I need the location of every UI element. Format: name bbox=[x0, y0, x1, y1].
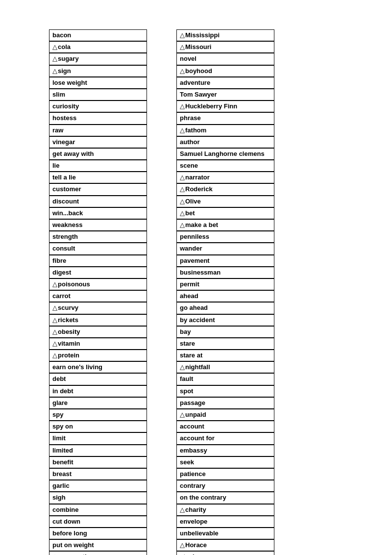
list-item: Horace bbox=[176, 539, 274, 551]
list-item: go ahead bbox=[176, 302, 274, 314]
triangle-icon: Huckleberry Finn bbox=[180, 102, 237, 110]
list-item: embassy bbox=[176, 445, 274, 456]
list-item: wander bbox=[176, 243, 274, 254]
list-item: unbelievable bbox=[176, 528, 274, 539]
list-item: lose weight bbox=[49, 77, 147, 89]
list-item: phrase bbox=[176, 112, 274, 124]
list-item: protein bbox=[49, 350, 147, 361]
list-item: in debt bbox=[49, 385, 147, 397]
list-item: fault bbox=[176, 373, 274, 385]
list-item: permit bbox=[176, 278, 274, 290]
list-item: put on weight bbox=[49, 539, 147, 551]
list-item: earn one's living bbox=[49, 361, 147, 373]
list-item: spy bbox=[49, 409, 147, 421]
list-item: weakness bbox=[49, 219, 147, 231]
main-content: baconcolasugarysignlose weightslimcurios… bbox=[49, 29, 343, 555]
list-item: win...back bbox=[49, 207, 147, 219]
list-item: get away with bbox=[49, 148, 147, 160]
list-item: unpaid bbox=[176, 409, 274, 421]
list-item: Olive bbox=[176, 196, 274, 207]
triangle-icon: make a bet bbox=[180, 221, 218, 228]
list-item: before long bbox=[49, 528, 147, 539]
triangle-icon: obesity bbox=[52, 328, 80, 335]
list-item: ahead bbox=[176, 290, 274, 302]
triangle-icon: Horace bbox=[180, 541, 207, 549]
list-item: envelope bbox=[176, 516, 274, 528]
list-item: fathom bbox=[176, 125, 274, 136]
triangle-icon: bet bbox=[180, 209, 195, 217]
list-item: cola bbox=[49, 41, 147, 53]
list-item: obesity bbox=[49, 326, 147, 338]
list-item: digest bbox=[49, 267, 147, 278]
list-item: cut down bbox=[49, 516, 147, 528]
list-item: Huckleberry Finn bbox=[176, 101, 274, 112]
list-item: carrot bbox=[49, 290, 147, 302]
triangle-icon: fathom bbox=[180, 126, 206, 134]
left-section: baconcolasugarysignlose weightslimcurios… bbox=[49, 29, 147, 555]
list-item: account bbox=[176, 421, 274, 432]
list-item: steak bbox=[176, 551, 274, 555]
list-item: debt bbox=[49, 373, 147, 385]
list-item: author bbox=[176, 136, 274, 148]
list-item: vitamin bbox=[49, 338, 147, 350]
list-item: Mississippi bbox=[176, 29, 274, 41]
list-item: on the contrary bbox=[176, 492, 274, 504]
list-item: slim bbox=[49, 89, 147, 101]
list-item: pavement bbox=[176, 255, 274, 267]
triangle-icon: nightfall bbox=[180, 363, 210, 371]
list-item: patience bbox=[176, 468, 274, 480]
triangle-icon: scurvy bbox=[52, 304, 78, 311]
list-item: bacon bbox=[49, 29, 147, 41]
list-item: strength bbox=[49, 231, 147, 243]
list-item: charity bbox=[176, 504, 274, 516]
triangle-icon: narrator bbox=[180, 174, 210, 181]
list-item: garlic bbox=[49, 480, 147, 492]
list-item: nightfall bbox=[176, 361, 274, 373]
triangle-icon: charity bbox=[180, 506, 206, 513]
list-item: businessman bbox=[176, 267, 274, 278]
list-item: customer bbox=[49, 183, 147, 195]
list-item: penniless bbox=[176, 231, 274, 243]
triangle-icon: poisonous bbox=[52, 280, 90, 288]
list-item: breast bbox=[49, 468, 147, 480]
triangle-icon: Olive bbox=[180, 198, 201, 205]
triangle-icon: Missouri bbox=[180, 43, 211, 50]
list-item: tell a lie bbox=[49, 172, 147, 183]
list-item: stare at bbox=[176, 350, 274, 361]
list-item: discount bbox=[49, 196, 147, 207]
triangle-icon: sugary bbox=[52, 55, 79, 62]
list-item: poisonous bbox=[49, 278, 147, 290]
list-item: vinegar bbox=[49, 136, 147, 148]
list-item: rickets bbox=[49, 314, 147, 326]
list-item: Missouri bbox=[176, 41, 274, 53]
list-item: Samuel Langhorne clemens bbox=[176, 148, 274, 160]
list-item: combine bbox=[49, 504, 147, 516]
list-item: novel bbox=[176, 53, 274, 65]
triangle-icon: protein bbox=[52, 352, 79, 359]
list-item: bet bbox=[176, 207, 274, 219]
list-item: bay bbox=[176, 326, 274, 338]
list-item: contrary bbox=[176, 480, 274, 492]
list-item: benefit bbox=[49, 456, 147, 468]
triangle-icon: Roderick bbox=[180, 185, 213, 193]
list-item: narrator bbox=[176, 172, 274, 183]
list-item: fibre bbox=[49, 255, 147, 267]
list-item: scene bbox=[176, 160, 274, 172]
list-item: by accident bbox=[176, 314, 274, 326]
list-item: glare bbox=[49, 397, 147, 409]
list-item: scurvy bbox=[49, 302, 147, 314]
list-item: adventure bbox=[176, 77, 274, 89]
list-item: limited bbox=[49, 445, 147, 456]
list-item: sign bbox=[49, 65, 147, 77]
triangle-icon: cola bbox=[52, 43, 71, 50]
triangle-icon: cooperation bbox=[52, 553, 94, 555]
list-item: lie bbox=[49, 160, 147, 172]
list-item: seek bbox=[176, 456, 274, 468]
list-item: sugary bbox=[49, 53, 147, 65]
list-item: spot bbox=[176, 385, 274, 397]
triangle-icon: vitamin bbox=[52, 340, 80, 347]
list-item: boyhood bbox=[176, 65, 274, 77]
right-section: MississippiMissourinovelboyhoodadventure… bbox=[176, 29, 274, 555]
list-item: Tom Sawyer bbox=[176, 89, 274, 101]
list-item: spy on bbox=[49, 421, 147, 432]
